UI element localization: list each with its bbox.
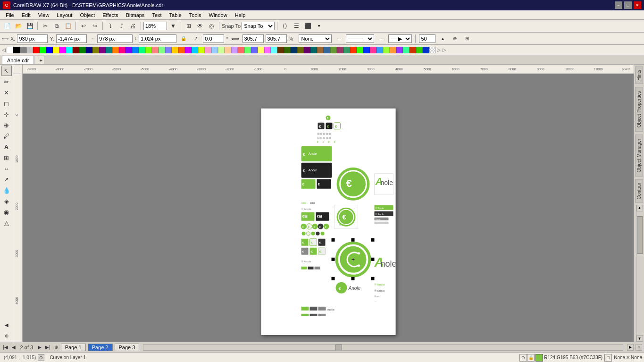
y-input[interactable] (56, 34, 87, 43)
arrow-left[interactable]: ◀ (1, 320, 12, 330)
dimension-tool[interactable]: ↔ (1, 163, 12, 174)
maximize-button[interactable]: □ (624, 1, 632, 9)
palette-swatch[interactable] (423, 47, 429, 53)
shape-tool[interactable]: ◻ (1, 98, 12, 109)
palette-swatch[interactable] (92, 47, 99, 53)
palette-swatch[interactable] (33, 47, 40, 53)
undo-button[interactable]: ↩ (78, 21, 89, 31)
palette-swatch[interactable] (304, 47, 310, 53)
palette-swatch[interactable] (403, 47, 410, 53)
palette-swatch[interactable] (66, 47, 73, 53)
line-style-select[interactable]: ──── (346, 34, 374, 43)
palette-swatch[interactable] (159, 47, 165, 53)
palette-swatch[interactable] (264, 47, 271, 53)
palette-swatch[interactable] (125, 47, 132, 53)
mirror-h[interactable]: ⟺ (230, 34, 241, 44)
export-button[interactable]: ⤴ (117, 21, 127, 31)
size-input[interactable] (419, 34, 435, 43)
palette-swatch[interactable] (53, 47, 59, 53)
palette-swatch[interactable] (59, 47, 66, 53)
new-tab-button[interactable]: + (34, 56, 44, 64)
page-tab-2[interactable]: Page 2 (88, 344, 113, 351)
view-btn3[interactable]: ◎ (206, 21, 217, 31)
page-tab-3[interactable]: Page 3 (115, 344, 140, 351)
cut-button[interactable]: ✂ (40, 21, 50, 31)
menu-object[interactable]: Object (76, 11, 99, 19)
menu-text[interactable]: Text (148, 11, 165, 19)
palette-swatch[interactable] (172, 47, 178, 53)
menu-table[interactable]: Table (166, 11, 185, 19)
contour-tab[interactable]: Contour (635, 179, 643, 203)
scale-x-input[interactable] (243, 34, 264, 43)
palette-swatch[interactable] (99, 47, 106, 53)
scroll-up-btn[interactable]: ▲ (636, 205, 643, 211)
x-input[interactable] (17, 34, 48, 43)
zoom-out-corner[interactable]: ⊖ (636, 344, 642, 351)
scroll-down-btn[interactable]: ▼ (636, 335, 643, 342)
palette-swatch[interactable] (211, 47, 218, 53)
menu-window[interactable]: Window (205, 11, 231, 19)
zoom-tool[interactable]: ⊕ (1, 120, 12, 130)
zoom-down[interactable]: ▼ (168, 21, 178, 31)
palette-swatch[interactable] (390, 47, 396, 53)
interactive-tool[interactable]: ◉ (1, 207, 12, 217)
align-btn[interactable]: ⊞ (462, 34, 472, 44)
palette-swatch[interactable] (40, 47, 46, 53)
size-up[interactable]: ▲ (437, 34, 448, 44)
redo-button[interactable]: ↪ (90, 21, 100, 31)
new-button[interactable]: 📄 (2, 21, 12, 31)
palette-swatch[interactable] (343, 47, 350, 53)
palette-swatch[interactable] (7, 47, 13, 53)
canvas-area[interactable]: -9000 -8000 -7000 -6000 -5000 -4000 -300… (13, 65, 634, 342)
menu-effects[interactable]: Effects (99, 11, 122, 19)
palette-swatch[interactable] (357, 47, 363, 53)
palette-swatch[interactable] (112, 47, 119, 53)
line-end-select[interactable]: ──▶ (388, 34, 412, 43)
tb-misc2[interactable]: ☰ (291, 21, 301, 31)
connector-tool[interactable]: ↗ (1, 174, 12, 185)
menu-edit[interactable]: Edit (18, 11, 34, 19)
palette-swatch[interactable] (119, 47, 125, 53)
tb-misc3[interactable]: ⬛ (302, 21, 313, 31)
menu-tools[interactable]: Tools (185, 11, 205, 19)
palette-swatch[interactable] (310, 47, 317, 53)
w-input[interactable] (97, 34, 133, 43)
palette-scroll-left[interactable]: ◁ (1, 47, 7, 52)
palette-swatch[interactable] (277, 47, 284, 53)
palette-swatch[interactable] (350, 47, 357, 53)
page-last-btn[interactable]: ▶| (44, 345, 51, 350)
snap-indicator[interactable]: ⊙ (38, 354, 44, 361)
menu-file[interactable]: File (2, 11, 18, 19)
h-scroll-right[interactable]: ▶ (627, 344, 634, 351)
palette-swatch[interactable] (152, 47, 159, 53)
text-tool[interactable]: A (1, 142, 12, 152)
tb-misc1[interactable]: ⟨⟩ (280, 21, 290, 31)
palette-swatch[interactable] (20, 47, 26, 53)
palette-swatch[interactable] (291, 47, 297, 53)
palette-swatch[interactable] (198, 47, 205, 53)
palette-swatch[interactable] (145, 47, 152, 53)
object-properties-tab[interactable]: Object Properties (635, 87, 643, 132)
palette-swatch[interactable] (192, 47, 198, 53)
eyedropper-tool[interactable]: △ (1, 218, 12, 228)
paste-button[interactable]: 📋 (63, 21, 73, 31)
canvas-content[interactable]: € € € € ⊕⊕⊕⊕⊕ ⊕⊕⊕⊕⊕ € € € (23, 74, 634, 342)
angle-input[interactable] (203, 34, 224, 43)
palette-swatch[interactable] (165, 47, 172, 53)
snap-to-select[interactable]: Snap To (242, 22, 275, 30)
object-manager-tab[interactable]: Object Manager (635, 135, 643, 177)
page-prev-btn[interactable]: ◀ (11, 345, 17, 350)
palette-swatch[interactable] (297, 47, 304, 53)
fill-tool[interactable]: ◈ (1, 196, 12, 206)
minimize-button[interactable]: − (615, 1, 622, 9)
line-start[interactable]: ─ (334, 34, 344, 44)
palette-swatch[interactable] (13, 47, 20, 53)
table-tool[interactable]: ⊞ (1, 152, 12, 163)
add-page-bottom[interactable]: ⊕ (1, 330, 12, 341)
close-button[interactable]: ✕ (634, 1, 641, 9)
palette-scroll-right[interactable]: ▷ (436, 47, 442, 52)
palette-swatch[interactable] (324, 47, 330, 53)
menu-view[interactable]: View (34, 11, 53, 19)
palette-swatch[interactable] (383, 47, 390, 53)
save-button[interactable]: 💾 (25, 21, 35, 31)
